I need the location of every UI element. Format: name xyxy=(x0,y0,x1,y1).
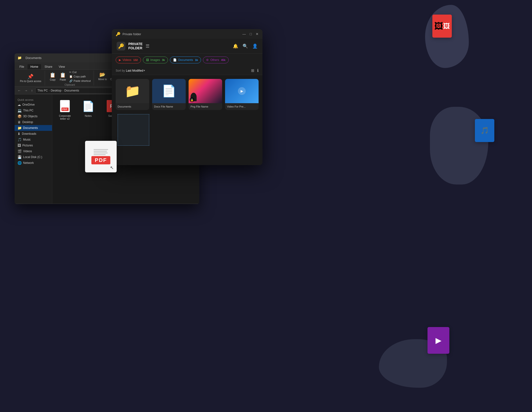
sidebar-item-videos[interactable]: 🎬 Videos xyxy=(15,148,52,154)
videos-cat-icon: ▶ xyxy=(119,58,121,62)
others-cat-icon: ⚙ xyxy=(206,58,209,62)
paste-icon: 📋 xyxy=(60,72,66,78)
sort-value[interactable]: Last Modified xyxy=(126,69,143,72)
sidebar-3dobjects-label: 3D Objects xyxy=(23,115,38,118)
music-icon: 🎵 xyxy=(18,138,22,142)
up-btn[interactable]: ↑ xyxy=(30,88,34,93)
pf-app-name-line2: FOLDER xyxy=(128,46,143,50)
sidebar-item-thispc[interactable]: 💻 This PC xyxy=(15,108,52,113)
sidebar-item-pictures[interactable]: 🖼 Pictures xyxy=(15,143,52,148)
decorative-blob-2 xyxy=(430,107,488,184)
back-btn[interactable]: ← xyxy=(17,88,22,93)
user-icon[interactable]: 👤 xyxy=(252,44,258,49)
copy-btn[interactable]: 📋 Copy xyxy=(48,71,57,82)
pf-thumb-documents: 📁 xyxy=(116,79,149,103)
clipboard-group-label: Clipboard xyxy=(65,83,75,86)
tab-file[interactable]: File xyxy=(17,64,27,69)
move-to-btn[interactable]: 📂 Move to xyxy=(97,71,108,82)
pf-file-card-video[interactable]: ▶ Video For Pre... xyxy=(225,79,259,110)
pf-thumb-video: ▶ xyxy=(225,79,259,103)
copy-label: Copy xyxy=(50,78,55,81)
pf-maximize-btn[interactable]: □ xyxy=(250,32,252,36)
sort-chevron-icon: ▾ xyxy=(144,69,145,72)
sidebar-desktop-label: Desktop xyxy=(22,120,33,124)
pf-close-btn[interactable]: ✕ xyxy=(256,32,259,36)
file-name-notes: Notes xyxy=(85,114,92,117)
category-videos[interactable]: ▶ Videos 132 xyxy=(116,56,141,63)
pdf-badge: PDF xyxy=(91,156,110,164)
selection-box xyxy=(118,114,149,146)
pdf-drag-icon: PDF ↖ xyxy=(85,141,117,172)
copy-path-btn[interactable]: 📋 Copy path xyxy=(68,74,92,79)
sidebar-item-localdisk[interactable]: 💾 Local Disk (C:) xyxy=(15,154,52,160)
sidebar-item-network[interactable]: 🌐 Network xyxy=(15,160,52,166)
sidebar-item-documents[interactable]: 📁 Documents xyxy=(15,125,52,131)
pf-file-card-docx[interactable]: 📄 Docx File Name xyxy=(152,79,186,110)
hamburger-menu-icon[interactable]: ☰ xyxy=(146,44,150,49)
pf-file-card-png[interactable]: 🔒 Png File Name xyxy=(189,79,222,110)
sort-by-label: Sort by xyxy=(116,69,125,72)
cut-btn[interactable]: ✂ Cut xyxy=(68,70,92,74)
category-others[interactable]: ⚙ Others 45k xyxy=(203,56,228,63)
pf-thumb-png: 🔒 xyxy=(189,79,222,103)
file-name-corporate: Corporate letter v2 xyxy=(56,114,74,120)
desktop-icon: 🖥 xyxy=(18,120,21,124)
tab-home[interactable]: Home xyxy=(28,64,41,69)
tab-share[interactable]: Share xyxy=(42,64,55,69)
move-icon: 📂 xyxy=(99,72,105,77)
images-count: 3k xyxy=(162,58,165,61)
videos-icon: 🎬 xyxy=(18,149,22,153)
sidebar-documents-label: Documents xyxy=(23,126,38,130)
ribbon-group-pin: 📌 Pin to Quick access xyxy=(17,71,45,85)
pf-files-grid: 📁 Documents 📄 Docx File Name 🔒 xyxy=(112,75,263,114)
key-icon: 🔑 xyxy=(116,32,121,37)
category-documents[interactable]: 📄 Documents 1k xyxy=(170,56,201,63)
sidebar-onedrive-label: OneDrive xyxy=(22,103,35,106)
pf-file-card-documents[interactable]: 📁 Documents xyxy=(116,79,149,110)
pf-app-name-line1: PRIVATE xyxy=(128,42,143,46)
paste-shortcut-btn[interactable]: 🔗 Paste shortcut xyxy=(68,79,92,83)
path-documents: Documents xyxy=(64,89,79,92)
doc-file-icon: 📄 xyxy=(82,99,94,113)
grid-view-icon[interactable]: ⊞ xyxy=(251,68,254,73)
pf-header: 🔑 PRIVATE FOLDER ☰ 🔔 🔍 👤 xyxy=(112,39,263,54)
copy-path-icon: 📋 xyxy=(69,75,73,78)
pf-titlebar: 🔑 Private folder — □ ✕ xyxy=(112,29,263,39)
paste-btn[interactable]: 📋 Paste xyxy=(58,71,68,82)
pf-minimize-btn[interactable]: — xyxy=(243,32,246,36)
paste-shortcut-label: Paste shortcut xyxy=(74,79,91,82)
documents-cat-label: Documents xyxy=(178,58,193,62)
cut-label: Cut xyxy=(72,71,76,73)
search-icon[interactable]: 🔍 xyxy=(243,44,248,49)
documents-icon: 📁 xyxy=(18,126,22,130)
images-cat-icon: 🖼 xyxy=(146,58,149,62)
category-images[interactable]: 🖼 Images 3k xyxy=(143,56,168,63)
forward-btn[interactable]: → xyxy=(23,88,29,93)
sidebar-item-3dobjects[interactable]: 📦 3D Objects xyxy=(15,113,52,119)
paste-label: Paste xyxy=(60,78,66,81)
explorer-title: Documents xyxy=(26,56,42,60)
thispc-icon: 💻 xyxy=(18,109,22,112)
explorer-sidebar: Quick access ☁ OneDrive 💻 This PC 📦 3D O… xyxy=(15,94,52,204)
localdisk-icon: 💾 xyxy=(18,155,22,159)
pdf-file-icon: PDF xyxy=(59,99,71,113)
sidebar-item-onedrive[interactable]: ☁ OneDrive xyxy=(15,102,52,108)
sidebar-item-desktop[interactable]: 🖥 Desktop xyxy=(15,119,52,125)
file-item-notes[interactable]: 📄 Notes xyxy=(78,97,98,122)
video-play-btn: ▶ xyxy=(238,87,246,95)
onedrive-icon: ☁ xyxy=(18,103,21,107)
info-icon[interactable]: ℹ xyxy=(257,68,259,73)
tab-view[interactable]: View xyxy=(56,64,68,69)
network-icon: 🌐 xyxy=(18,161,22,165)
file-item-corporate[interactable]: PDF Corporate letter v2 xyxy=(55,97,75,122)
sidebar-music-label: Music xyxy=(23,138,31,141)
pf-filename-documents: Documents xyxy=(118,105,147,108)
pf-filename-video: Video For Pre... xyxy=(227,105,257,108)
pf-logo: 🔑 xyxy=(117,42,125,51)
sidebar-item-downloads[interactable]: ⬇ Downloads xyxy=(15,131,52,137)
pin-to-quick-access-btn[interactable]: 📌 Pin to Quick access xyxy=(19,73,43,83)
pf-thumb-docx: 📄 xyxy=(152,79,186,103)
sidebar-item-music[interactable]: 🎵 Music xyxy=(15,137,52,143)
bell-icon[interactable]: 🔔 xyxy=(233,44,238,49)
documents-cat-icon: 📄 xyxy=(173,58,177,62)
